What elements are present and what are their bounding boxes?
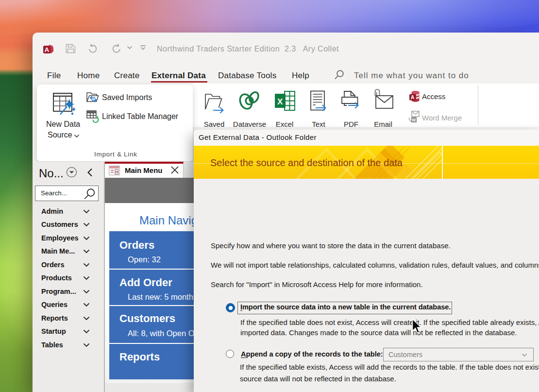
svg-text:X: X xyxy=(277,97,283,106)
svg-text:W: W xyxy=(412,118,416,122)
svg-text:A: A xyxy=(411,94,415,100)
svg-text:A: A xyxy=(45,46,50,53)
